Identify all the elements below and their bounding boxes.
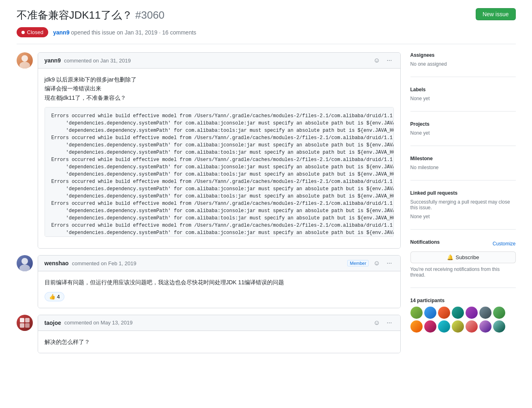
linked-pr-desc-text: Successfully merging a pull request may … — [410, 199, 510, 210]
comment-box: yann9 commented on Jan 31, 2019 ☺ ··· jd… — [38, 52, 401, 249]
comment-date: commented on Feb 1, 2019 — [72, 260, 136, 266]
status-badge-label: Closed — [27, 29, 43, 35]
comment-wrapper: wenshao commented on Feb 1, 2019 Member … — [17, 255, 401, 308]
participant-avatar[interactable] — [424, 307, 436, 319]
svg-rect-7 — [25, 323, 30, 328]
participant-avatar[interactable] — [493, 307, 505, 319]
svg-point-2 — [21, 258, 28, 264]
comment-header-left: yann9 commented on Jan 31, 2019 — [45, 57, 131, 64]
notifications-note: You're not receiving notifications from … — [410, 266, 516, 278]
svg-rect-5 — [25, 318, 30, 322]
participant-avatar[interactable] — [424, 320, 436, 333]
sidebar-labels: Labels None yet — [410, 87, 516, 112]
subscribe-label: Subscribe — [456, 254, 479, 260]
comment-author: wenshao — [45, 260, 69, 266]
comment-header: taojoe commented on May 13, 2019 ☺ ··· — [38, 315, 400, 331]
comment-body: jdk9 以后原来lib下的很多jar包删除了 编译会报一堆错误出来 现在都jd… — [38, 69, 400, 248]
participant-avatar[interactable] — [410, 320, 423, 333]
participant-avatar[interactable] — [493, 320, 505, 333]
more-options-button[interactable]: ··· — [385, 56, 393, 65]
participant-avatar[interactable] — [438, 307, 450, 319]
author-link[interactable]: yann9 — [53, 29, 69, 36]
comment-line: 解决的怎么样了？ — [45, 337, 394, 346]
milestone-title: Milestone — [410, 156, 516, 161]
svg-point-0 — [21, 55, 28, 62]
participant-avatar[interactable] — [479, 307, 491, 319]
notifications-title: Notifications — [410, 239, 440, 245]
comment-line: 目前编译有问题，但运行使用应该没问题吧，我这边也会尽快花时间处理JDK 11编译… — [45, 278, 394, 287]
participant-avatar[interactable] — [479, 320, 491, 333]
comment-date: commented on May 13, 2019 — [64, 320, 132, 326]
customize-link[interactable]: Customize — [493, 241, 516, 247]
comment-line: 编译会报一堆错误出来 — [45, 84, 394, 93]
comment-wrapper: yann9 commented on Jan 31, 2019 ☺ ··· jd… — [17, 52, 401, 249]
participant-avatar[interactable] — [438, 320, 450, 333]
thumbsup-reaction[interactable]: 👍 4 — [45, 292, 64, 301]
linked-pr-title: Linked pull requests — [410, 190, 516, 196]
comment-date: commented on Jan 31, 2019 — [64, 58, 131, 64]
svg-point-3 — [19, 264, 30, 271]
comment-line: 现在都jdk11了，不准备兼容么？ — [45, 93, 394, 102]
avatar — [17, 255, 33, 271]
participant-avatar[interactable] — [466, 307, 478, 319]
new-issue-button[interactable]: New issue — [476, 8, 516, 20]
labels-value: None yet — [410, 96, 516, 101]
issue-title-text: 不准备兼容JDK11了么？ — [17, 9, 132, 21]
sidebar: Assignees No one assigned Labels None ye… — [410, 52, 516, 360]
closed-badge: Closed — [17, 27, 48, 37]
avatar — [17, 315, 33, 331]
svg-rect-6 — [20, 323, 24, 328]
comment-body: 解决的怎么样了？ — [38, 331, 400, 353]
participant-avatar[interactable] — [466, 320, 478, 333]
status-meta: yann9 opened this issue on Jan 31, 2019 … — [53, 29, 196, 36]
assignees-value: No one assigned — [410, 61, 516, 67]
participant-avatar[interactable] — [452, 320, 464, 333]
comment-header-left: wenshao commented on Feb 1, 2019 — [45, 260, 137, 266]
svg-rect-4 — [20, 318, 24, 322]
reaction-bar: 👍 4 — [45, 292, 394, 301]
comment-body: 目前编译有问题，但运行使用应该没问题吧，我这边也会尽快花时间处理JDK 11编译… — [38, 271, 400, 307]
issue-title: 不准备兼容JDK11了么？ #3060 — [17, 8, 165, 22]
bell-icon: 🔔 — [447, 254, 453, 260]
comment-header: wenshao commented on Feb 1, 2019 Member … — [38, 256, 400, 271]
reaction-emoji: 👍 — [49, 294, 56, 300]
comment-line: jdk9 以后原来lib下的很多jar包删除了 — [45, 75, 394, 84]
comments-section: yann9 commented on Jan 31, 2019 ☺ ··· jd… — [17, 52, 401, 360]
sidebar-milestone: Milestone No milestone — [410, 156, 516, 180]
status-meta-text: opened this issue on Jan 31, 2019 · 16 c… — [71, 29, 196, 36]
comment-header: yann9 commented on Jan 31, 2019 ☺ ··· — [38, 53, 400, 69]
comment-header-right: Member ☺ ··· — [347, 259, 393, 268]
main-layout: yann9 commented on Jan 31, 2019 ☺ ··· jd… — [17, 52, 516, 360]
code-block: Errors occurred while build effective mo… — [45, 107, 394, 237]
more-options-button[interactable]: ··· — [385, 259, 393, 268]
comment-header-right: ☺ ··· — [372, 318, 394, 327]
notifications-header: Notifications Customize — [410, 239, 516, 248]
comment-text: 目前编译有问题，但运行使用应该没问题吧，我这边也会尽快花时间处理JDK 11编译… — [45, 278, 394, 287]
reaction-count: 4 — [57, 294, 60, 300]
participant-avatar[interactable] — [410, 307, 423, 319]
comment-box: taojoe commented on May 13, 2019 ☺ ··· 解… — [38, 315, 401, 353]
labels-title: Labels — [410, 87, 516, 92]
participants-grid — [410, 307, 516, 333]
subscribe-button[interactable]: 🔔 Subscribe — [410, 251, 516, 263]
emoji-reaction-button[interactable]: ☺ — [372, 56, 382, 65]
sidebar-notifications: Notifications Customize 🔔 Subscribe You'… — [410, 239, 516, 288]
comment-header-left: taojoe commented on May 13, 2019 — [45, 320, 133, 326]
emoji-reaction-button[interactable]: ☺ — [372, 259, 382, 268]
comment-wrapper: taojoe commented on May 13, 2019 ☺ ··· 解… — [17, 315, 401, 353]
issue-header: 不准备兼容JDK11了么？ #3060 New issue — [17, 8, 516, 22]
projects-value: None yet — [410, 130, 516, 136]
comment-text: 解决的怎么样了？ — [45, 337, 394, 346]
assignees-title: Assignees — [410, 52, 516, 58]
sidebar-projects: Projects None yet — [410, 121, 516, 146]
participant-avatar[interactable] — [452, 307, 464, 319]
comment-author: taojoe — [45, 320, 61, 326]
comment-box: wenshao commented on Feb 1, 2019 Member … — [38, 255, 401, 308]
linked-pr-value: None yet — [410, 214, 516, 219]
more-options-button[interactable]: ··· — [385, 318, 393, 327]
closed-dot — [21, 31, 25, 34]
emoji-reaction-button[interactable]: ☺ — [372, 318, 382, 327]
projects-title: Projects — [410, 121, 516, 127]
member-badge: Member — [347, 260, 368, 266]
comment-text: jdk9 以后原来lib下的很多jar包删除了 编译会报一堆错误出来 现在都jd… — [45, 75, 394, 102]
